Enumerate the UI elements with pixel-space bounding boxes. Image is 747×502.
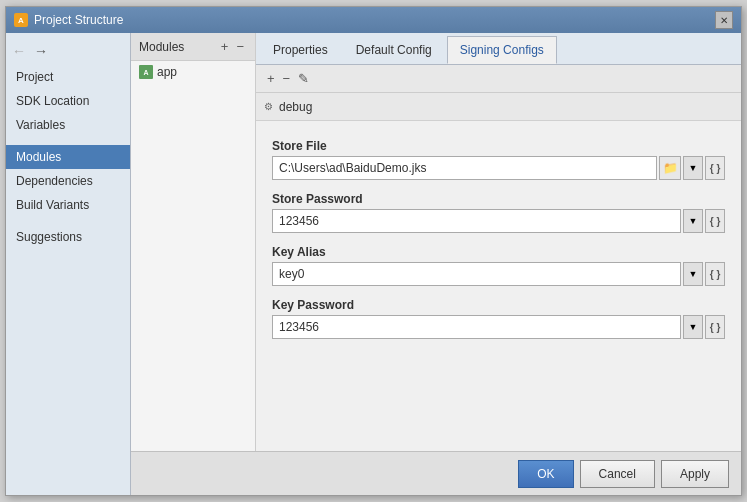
add-module-button[interactable]: + <box>218 39 232 54</box>
right-panel: Modules + − A app <box>131 33 741 495</box>
tab-signing-configs[interactable]: Signing Configs <box>447 36 557 64</box>
module-item-app[interactable]: A app <box>131 61 255 83</box>
main-content: ← → Project SDK Location Variables Modul… <box>6 33 741 495</box>
close-button[interactable]: ✕ <box>715 11 733 29</box>
store-password-var-button[interactable]: { } <box>705 209 725 233</box>
tab-content-area: Properties Default Config Signing Config… <box>256 33 741 451</box>
sidebar-separator-2 <box>6 217 130 225</box>
sidebar-item-build-variants[interactable]: Build Variants <box>6 193 130 217</box>
signing-form: Store File 📁 ▼ { } <box>256 129 741 451</box>
key-password-dropdown-button[interactable]: ▼ <box>683 315 703 339</box>
store-password-dropdown-button[interactable]: ▼ <box>683 209 703 233</box>
window-title: Project Structure <box>34 13 123 27</box>
ok-button[interactable]: OK <box>518 460 573 488</box>
store-password-group: Store Password ▼ { } <box>272 192 725 233</box>
store-password-input[interactable] <box>272 209 681 233</box>
remove-signing-config-button[interactable]: − <box>280 71 294 86</box>
split-area: Modules + − A app <box>131 33 741 451</box>
add-signing-config-button[interactable]: + <box>264 71 278 86</box>
sidebar-item-modules[interactable]: Modules <box>6 145 130 169</box>
sidebar-item-sdk-location[interactable]: SDK Location <box>6 89 130 113</box>
signing-config-name: debug <box>279 100 312 114</box>
store-password-row: ▼ { } <box>272 209 725 233</box>
app-icon: A <box>14 13 28 27</box>
title-bar: A Project Structure ✕ <box>6 7 741 33</box>
store-file-label: Store File <box>272 139 725 153</box>
tab-properties[interactable]: Properties <box>260 36 341 64</box>
key-password-row: ▼ { } <box>272 315 725 339</box>
nav-header: ← → <box>6 37 130 65</box>
tab-default-config[interactable]: Default Config <box>343 36 445 64</box>
key-alias-label: Key Alias <box>272 245 725 259</box>
store-file-group: Store File 📁 ▼ { } <box>272 139 725 180</box>
store-file-input[interactable] <box>272 156 657 180</box>
sidebar-item-project[interactable]: Project <box>6 65 130 89</box>
project-structure-window: A Project Structure ✕ ← → Project SDK Lo… <box>5 6 742 496</box>
modules-actions: + − <box>218 39 247 54</box>
key-alias-input[interactable] <box>272 262 681 286</box>
key-alias-group: Key Alias ▼ { } <box>272 245 725 286</box>
sidebar-item-suggestions[interactable]: Suggestions <box>6 225 130 249</box>
actions-bar: OK Cancel Apply <box>131 451 741 495</box>
remove-module-button[interactable]: − <box>233 39 247 54</box>
modules-header: Modules + − <box>131 33 255 61</box>
forward-button[interactable]: → <box>32 42 50 60</box>
title-bar-left: A Project Structure <box>14 13 123 27</box>
store-file-browse-button[interactable]: 📁 <box>659 156 681 180</box>
signing-config-icon: ⚙ <box>264 101 273 112</box>
key-password-group: Key Password ▼ { } <box>272 298 725 339</box>
modules-panel: Modules + − A app <box>131 33 256 451</box>
apply-button[interactable]: Apply <box>661 460 729 488</box>
key-alias-row: ▼ { } <box>272 262 725 286</box>
key-alias-dropdown-button[interactable]: ▼ <box>683 262 703 286</box>
module-label: app <box>157 65 177 79</box>
store-file-var-button[interactable]: { } <box>705 156 725 180</box>
key-password-input[interactable] <box>272 315 681 339</box>
sidebar: ← → Project SDK Location Variables Modul… <box>6 33 131 495</box>
tab-bar: Properties Default Config Signing Config… <box>256 33 741 65</box>
store-file-dropdown-button[interactable]: ▼ <box>683 156 703 180</box>
store-password-label: Store Password <box>272 192 725 206</box>
signing-configs-toolbar: + − ✎ <box>256 65 741 93</box>
modules-title: Modules <box>139 40 184 54</box>
back-button[interactable]: ← <box>10 42 28 60</box>
sidebar-item-variables[interactable]: Variables <box>6 113 130 137</box>
cancel-button[interactable]: Cancel <box>580 460 655 488</box>
key-alias-var-button[interactable]: { } <box>705 262 725 286</box>
edit-signing-config-button[interactable]: ✎ <box>295 71 312 86</box>
store-file-row: 📁 ▼ { } <box>272 156 725 180</box>
module-icon: A <box>139 65 153 79</box>
key-password-var-button[interactable]: { } <box>705 315 725 339</box>
signing-config-row[interactable]: ⚙ debug <box>256 93 741 121</box>
sidebar-item-dependencies[interactable]: Dependencies <box>6 169 130 193</box>
key-password-label: Key Password <box>272 298 725 312</box>
folder-icon: 📁 <box>663 161 678 175</box>
sidebar-separator <box>6 137 130 145</box>
